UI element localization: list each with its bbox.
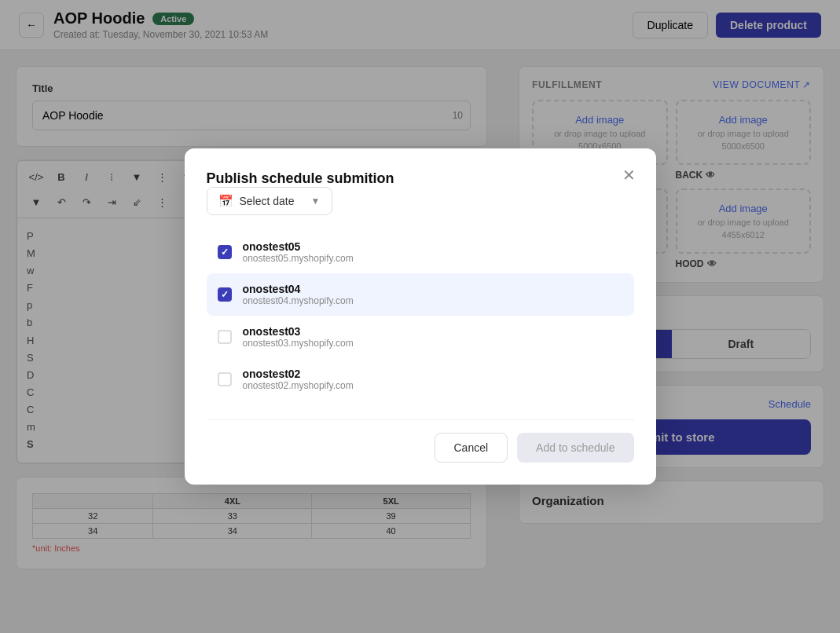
modal-actions: Cancel Add to schedule <box>207 419 634 463</box>
store-name-onostest04: onostest04 <box>243 283 354 295</box>
store-info-onostest05: onostest05 onostest05.myshopify.com <box>243 240 354 264</box>
close-icon: ✕ <box>622 166 636 185</box>
store-item-onostest05[interactable]: ✓ onostest05 onostest05.myshopify.com <box>207 231 634 273</box>
modal-title: Publish schedule submition <box>207 170 394 186</box>
publish-schedule-modal: Publish schedule submition ✕ 📅 Select da… <box>185 148 656 485</box>
store-info-onostest04: onostest04 onostest04.myshopify.com <box>243 283 354 306</box>
store-name-onostest02: onostest02 <box>243 368 354 380</box>
store-info-onostest02: onostest02 onostest02.myshopify.com <box>243 368 354 391</box>
store-list: ✓ onostest05 onostest05.myshopify.com ✓ … <box>207 231 634 401</box>
store-item-onostest02[interactable]: onostest02 onostest02.myshopify.com <box>207 358 634 401</box>
checkbox-onostest04[interactable]: ✓ <box>218 287 232 302</box>
store-name-onostest03: onostest03 <box>243 325 354 338</box>
calendar-icon: 📅 <box>218 194 233 208</box>
date-select-label: Select date <box>240 195 305 207</box>
chevron-down-icon: ▼ <box>311 196 321 207</box>
store-name-onostest05: onostest05 <box>243 240 354 253</box>
store-info-onostest03: onostest03 onostest03.myshopify.com <box>243 325 354 349</box>
cancel-button[interactable]: Cancel <box>435 433 508 463</box>
store-url-onostest03: onostest03.myshopify.com <box>243 338 354 349</box>
store-url-onostest02: onostest02.myshopify.com <box>243 380 354 391</box>
checkbox-onostest05[interactable]: ✓ <box>218 245 232 259</box>
check-icon: ✓ <box>221 289 229 300</box>
check-icon: ✓ <box>221 247 229 258</box>
modal-overlay: Publish schedule submition ✕ 📅 Select da… <box>0 0 840 633</box>
store-item-onostest03[interactable]: onostest03 onostest03.myshopify.com <box>207 316 634 358</box>
date-selector[interactable]: 📅 Select date ▼ <box>207 187 332 215</box>
store-item-onostest04[interactable]: ✓ onostest04 onostest04.myshopify.com <box>207 273 634 316</box>
checkbox-onostest02[interactable] <box>218 372 232 386</box>
modal-close-button[interactable]: ✕ <box>618 164 640 186</box>
add-to-schedule-button[interactable]: Add to schedule <box>517 433 633 463</box>
checkbox-onostest03[interactable] <box>218 330 232 344</box>
store-url-onostest04: onostest04.myshopify.com <box>243 295 354 306</box>
store-url-onostest05: onostest05.myshopify.com <box>243 253 354 264</box>
